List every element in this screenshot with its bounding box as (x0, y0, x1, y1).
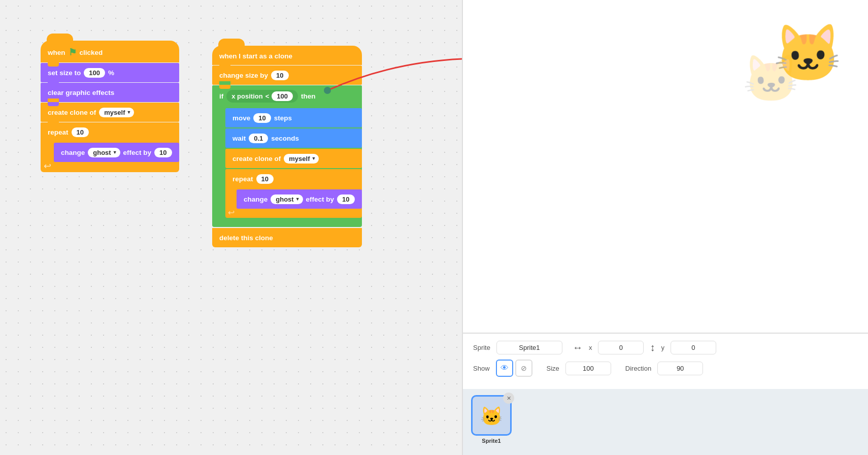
repeat-value-2: 10 (256, 174, 274, 184)
arrow-y-icon: ↕ (650, 342, 655, 353)
block-change-ghost-1[interactable]: change ghost ▼ effect by 10 (54, 143, 179, 162)
delete-clone-label: delete this clone (219, 234, 273, 242)
block-change-size[interactable]: change size by 10 (212, 66, 362, 85)
x-input[interactable] (598, 341, 644, 354)
sprite-thumb-1[interactable]: 🐱 ✕ (471, 395, 512, 436)
direction-label: Direction (625, 365, 651, 372)
block-change-ghost-2[interactable]: change ghost ▼ effect by 10 (237, 189, 362, 209)
right-panel: 🐱 🐱 Sprite ↔ x ↕ y Show 👁 (462, 0, 868, 455)
size-label: Size (547, 365, 559, 372)
flag-label: when (48, 49, 65, 56)
sprite-name-label-1: Sprite1 (482, 438, 500, 444)
block-group-1: when ⚑ clicked set size to 100 % clear g… (41, 41, 179, 172)
effect-value-2: 10 (337, 194, 354, 204)
eye-open-icon: 👁 (500, 364, 509, 373)
eye-closed-icon: ⊘ (521, 364, 527, 372)
block-if[interactable]: if x position < 100 then (212, 85, 362, 107)
block-create-clone-1[interactable]: create clone of myself ▼ (41, 103, 179, 122)
block-set-size[interactable]: set size to 100 % (41, 63, 179, 82)
x-label: x (589, 344, 592, 351)
flag-icon: ⚑ (69, 47, 77, 58)
wait-value: 0.1 (249, 134, 268, 143)
show-eye-closed-btn[interactable]: ⊘ (515, 360, 532, 377)
direction-input[interactable] (657, 362, 703, 375)
repeat-value-1: 10 (72, 127, 89, 137)
condition-xpos: x position (231, 92, 262, 100)
hat-block-flag-clicked[interactable]: when ⚑ clicked (41, 41, 179, 62)
cat-sprite-ghost: 🐱 (743, 56, 799, 102)
show-label: Show (473, 365, 490, 372)
size-input[interactable] (565, 362, 611, 375)
sprite-name-input[interactable] (496, 341, 562, 354)
sprites-panel: 🐱 ✕ Sprite1 (463, 389, 868, 455)
sprite-item-1[interactable]: 🐱 ✕ Sprite1 (471, 395, 512, 444)
clone-dropdown-2[interactable]: myself ▼ (284, 154, 319, 164)
block-move[interactable]: move 10 steps (225, 108, 362, 127)
block-repeat-1[interactable]: repeat 10 (41, 122, 179, 142)
block-delete-clone[interactable]: delete this clone (212, 228, 362, 247)
show-buttons: 👁 ⊘ (496, 360, 532, 377)
block-repeat-2[interactable]: repeat 10 (225, 169, 362, 188)
y-input[interactable] (671, 341, 716, 354)
arrow-x-icon: ↔ (573, 342, 583, 353)
show-eye-open-btn[interactable]: 👁 (496, 360, 513, 377)
block-group-2: when I start as a clone change size by 1… (212, 46, 362, 247)
ghost-dropdown-1[interactable]: ghost ▼ (88, 148, 120, 157)
block-create-clone-2[interactable]: create clone of myself ▼ (225, 149, 362, 168)
clone-hat-label: when I start as a clone (219, 52, 292, 60)
change-size-value: 10 (271, 71, 288, 80)
sprite-thumbnail-icon: 🐱 (480, 406, 503, 427)
move-value: 10 (253, 113, 271, 123)
block-clear-effects[interactable]: clear graphic effects (41, 83, 179, 102)
sprite-info-panel: Sprite ↔ x ↕ y Show 👁 ⊘ Size (463, 333, 868, 389)
block-wait[interactable]: wait 0.1 seconds (225, 128, 362, 148)
hat-block-clone-start[interactable]: when I start as a clone (212, 46, 362, 65)
clicked-label: clicked (80, 49, 103, 56)
condition-op: < (265, 92, 270, 100)
code-area[interactable]: when ⚑ clicked set size to 100 % clear g… (0, 0, 462, 455)
sprite-label: Sprite (473, 344, 490, 351)
sprite-delete-btn-1[interactable]: ✕ (503, 393, 514, 404)
y-label: y (661, 344, 664, 351)
stage-area: 🐱 🐱 (463, 0, 868, 333)
clone-dropdown-1[interactable]: myself ▼ (99, 108, 134, 117)
condition-value: 100 (272, 91, 293, 101)
ghost-dropdown-2[interactable]: ghost ▼ (271, 194, 303, 204)
size-value-pill: 100 (84, 68, 105, 78)
effect-value-1: 10 (154, 148, 172, 157)
